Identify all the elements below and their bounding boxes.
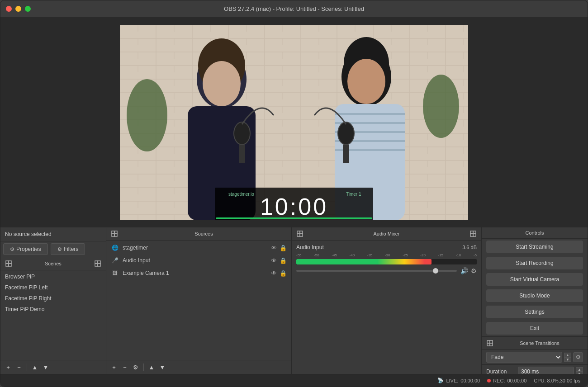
preview-area: stagetimer.io Timer 1 10:00	[0, 18, 588, 227]
svg-rect-42	[300, 231, 303, 234]
svg-text:10:00: 10:00	[260, 194, 328, 220]
audio-track-name: Audio Input	[296, 244, 324, 250]
sources-toolbar: + − ⚙ ▲ ▼	[106, 360, 291, 374]
scenes-down-button[interactable]: ▼	[41, 362, 51, 372]
sources-up-button[interactable]: ▲	[147, 362, 156, 372]
audio-fader-track[interactable]	[296, 270, 457, 272]
rec-dot	[487, 379, 491, 382]
source-item-stagetimer[interactable]: 🌐 stagetimer 👁 🔒	[106, 241, 291, 254]
source-lock-stagetimer[interactable]: 🔒	[280, 245, 287, 251]
audio-track-header: Audio Input -3.6 dB	[296, 244, 477, 250]
sources-list: 🌐 stagetimer 👁 🔒 🎤 Audio Input 👁	[106, 241, 291, 360]
svg-rect-39	[112, 234, 114, 236]
scene-transitions-title: Scene Transitions	[496, 340, 583, 346]
filters-button[interactable]: ⚙ Filters	[51, 243, 85, 255]
titlebar: OBS 27.2.4 (mac) - Profile: Untitled - S…	[0, 0, 588, 18]
audio-panel-icon-right	[469, 230, 477, 237]
source-lock-audio[interactable]: 🔒	[280, 257, 287, 264]
studio-mode-button[interactable]: Studio Mode	[486, 289, 583, 302]
maximize-button[interactable]	[25, 6, 31, 12]
preview-container: stagetimer.io Timer 1 10:00	[120, 25, 468, 220]
duration-spinner-up[interactable]: ▲	[576, 367, 583, 372]
settings-button[interactable]: Settings	[486, 306, 583, 318]
sources-title: Sources	[121, 231, 287, 236]
live-label: LIVE:	[446, 378, 458, 383]
source-item-camera[interactable]: 🖼 Example Camera 1 👁 🔒	[106, 267, 291, 279]
transition-spinner: ▲ ▼	[564, 353, 571, 362]
props-filters-bar: ⚙ Properties ⚙ Filters	[0, 241, 106, 257]
minimize-button[interactable]	[15, 6, 21, 12]
app-window: OBS 27.2.4 (mac) - Profile: Untitled - S…	[0, 0, 588, 387]
svg-rect-29	[6, 261, 9, 264]
audio-panel: Audio Mixer Audio Input -3.6 dB -55 -50	[292, 227, 482, 374]
scenes-add-button[interactable]: +	[3, 362, 13, 372]
audio-track: Audio Input -3.6 dB -55 -50 -45 -40 -35 …	[292, 241, 481, 278]
scenes-up-button[interactable]: ▲	[30, 362, 40, 372]
svg-point-22	[423, 75, 459, 138]
properties-button[interactable]: ⚙ Properties	[3, 243, 48, 255]
transition-type-select[interactable]: Fade Cut Swipe	[486, 352, 562, 363]
start-virtual-camera-button[interactable]: Start Virtual Camera	[486, 273, 583, 286]
start-streaming-button[interactable]: Start Streaming	[486, 241, 583, 253]
live-icon: 📡	[437, 378, 444, 383]
scene-item-browser-pip[interactable]: Browser PiP	[0, 271, 106, 282]
scene-transitions-header: Scene Transitions	[482, 337, 588, 350]
source-actions-camera: 👁 🔒	[271, 270, 287, 277]
exit-button[interactable]: Exit	[486, 322, 583, 335]
svg-rect-9	[239, 145, 245, 163]
bottom-panel: No source selected ⚙ Properties ⚙ Filter…	[0, 227, 588, 374]
scene-item-facetime-right[interactable]: Facetime PiP Right	[0, 293, 106, 304]
svg-point-19	[338, 122, 354, 145]
audio-settings-button[interactable]: ⚙	[471, 267, 477, 274]
source-visibility-stagetimer[interactable]: 👁	[271, 245, 277, 251]
audio-mute-button[interactable]: 🔊	[460, 267, 468, 274]
transition-type-row: Fade Cut Swipe ▲ ▼ ⚙	[482, 350, 588, 365]
svg-rect-50	[490, 340, 493, 343]
audio-mixer-title: Audio Mixer	[306, 231, 467, 236]
close-button[interactable]	[6, 6, 12, 12]
source-name-audio-input: Audio Input	[123, 257, 271, 264]
source-name-camera: Example Camera 1	[123, 270, 271, 276]
podcast-scene: stagetimer.io Timer 1 10:00	[120, 25, 468, 220]
scenes-remove-button[interactable]: −	[14, 362, 24, 372]
scene-transitions-icon-left	[486, 340, 493, 347]
duration-spinner: ▲ ▼	[576, 367, 583, 374]
window-title: OBS 27.2.4 (mac) - Profile: Untitled - S…	[224, 5, 364, 12]
svg-rect-34	[98, 261, 100, 264]
source-lock-camera[interactable]: 🔒	[280, 270, 287, 277]
sources-settings-button[interactable]: ⚙	[131, 362, 141, 372]
source-visibility-audio[interactable]: 👁	[271, 257, 277, 264]
audio-panel-icon-left	[296, 230, 303, 237]
sources-down-button[interactable]: ▼	[157, 362, 167, 372]
svg-rect-36	[98, 264, 100, 266]
svg-point-18	[347, 59, 385, 104]
svg-rect-37	[112, 231, 114, 234]
duration-value: 300 ms	[518, 367, 574, 374]
audio-meter-scale: -55 -50 -45 -40 -35 -30 -25 -20 -15 -10 …	[296, 253, 477, 257]
audio-fader-thumb[interactable]	[433, 268, 438, 274]
start-recording-button[interactable]: Start Recording	[486, 257, 583, 269]
source-item-audio-input[interactable]: 🎤 Audio Input 👁 🔒	[106, 254, 291, 267]
sources-remove-button[interactable]: −	[120, 362, 130, 372]
sources-icon	[111, 230, 118, 237]
svg-rect-44	[300, 234, 303, 236]
transition-spinner-up[interactable]: ▲	[564, 353, 571, 357]
svg-rect-52	[490, 343, 493, 346]
transition-spinner-down[interactable]: ▼	[564, 357, 571, 362]
scenes-list: Browser PiP Facetime PiP Left Facetime P…	[0, 270, 106, 360]
scene-transitions-section: Scene Transitions Fade Cut Swipe ▲ ▼	[482, 336, 588, 374]
svg-rect-43	[297, 234, 300, 236]
sources-add-button[interactable]: +	[109, 362, 119, 372]
scene-item-timer-pip[interactable]: Timer PiP Demo	[0, 304, 106, 315]
svg-rect-51	[487, 343, 490, 346]
source-visibility-camera[interactable]: 👁	[271, 270, 277, 277]
rec-indicator: REC: 00:00:00	[487, 378, 526, 383]
audio-db-value: -3.6 dB	[461, 245, 477, 250]
transition-gear-button[interactable]: ⚙	[573, 352, 583, 362]
svg-rect-31	[6, 264, 9, 266]
scene-item-facetime-left[interactable]: Facetime PiP Left	[0, 282, 106, 293]
audio-fader: 🔊 ⚙	[296, 267, 477, 274]
properties-label: Properties	[16, 246, 41, 252]
svg-rect-40	[114, 234, 117, 236]
svg-rect-47	[470, 234, 473, 236]
